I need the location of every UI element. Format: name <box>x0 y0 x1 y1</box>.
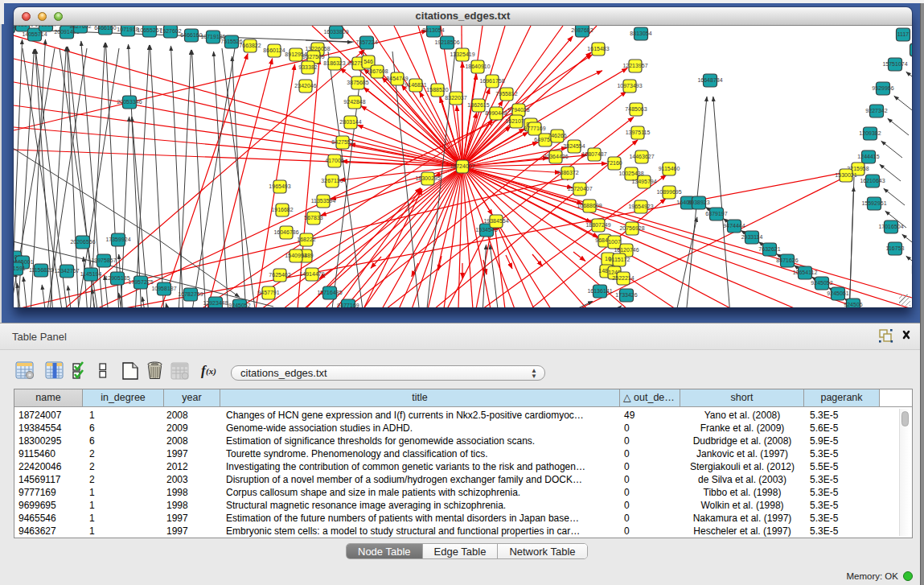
svg-text:11156829: 11156829 <box>29 267 53 273</box>
svg-text:10688609: 10688609 <box>577 203 602 208</box>
svg-text:17359924: 17359924 <box>105 237 130 242</box>
svg-text:9245061: 9245061 <box>827 290 848 296</box>
svg-text:16136141: 16136141 <box>587 288 612 294</box>
svg-text:3824554: 3824554 <box>563 143 585 149</box>
svg-text:10807487: 10807487 <box>581 151 606 157</box>
svg-text:14055714: 14055714 <box>22 31 47 37</box>
svg-text:8990448: 8990448 <box>485 110 507 116</box>
svg-text:16210643: 16210643 <box>860 178 885 183</box>
svg-text:13325419: 13325419 <box>450 51 474 57</box>
svg-text:2003140: 2003140 <box>14 26 34 27</box>
svg-text:1327602: 1327602 <box>69 26 91 29</box>
svg-text:2342046: 2342046 <box>294 83 316 89</box>
svg-text:9146821: 9146821 <box>405 82 426 88</box>
svg-text:9477169: 9477169 <box>337 303 359 307</box>
svg-text:10973493: 10973493 <box>617 83 642 89</box>
svg-text:1145194: 1145194 <box>80 271 102 277</box>
svg-text:567833: 567833 <box>304 215 322 220</box>
svg-text:933382: 933382 <box>298 64 317 70</box>
svg-text:9777169: 9777169 <box>524 126 545 131</box>
svg-text:8660124: 8660124 <box>263 47 285 53</box>
svg-text:20206556: 20206556 <box>70 239 95 245</box>
svg-text:17957275: 17957275 <box>128 279 153 285</box>
svg-text:1071918: 1071918 <box>117 27 138 32</box>
svg-text:546: 546 <box>363 59 373 64</box>
svg-text:2933114: 2933114 <box>741 234 763 240</box>
svg-text:417006: 417006 <box>325 158 343 163</box>
svg-text:9245052: 9245052 <box>811 280 832 286</box>
svg-text:9794028: 9794028 <box>507 107 529 113</box>
svg-text:3267130: 3267130 <box>321 178 343 183</box>
svg-text:1362615: 1362615 <box>467 102 489 108</box>
svg-text:8471626: 8471626 <box>776 257 798 263</box>
svg-text:7485063: 7485063 <box>625 106 647 112</box>
svg-text:16782759: 16782759 <box>178 291 203 297</box>
svg-text:16046786: 16046786 <box>273 229 298 235</box>
svg-text:2087682: 2087682 <box>571 27 593 33</box>
svg-text:14463627: 14463627 <box>629 154 654 159</box>
svg-text:7357224: 7357224 <box>355 39 377 45</box>
svg-text:15592951: 15592951 <box>861 200 886 206</box>
svg-text:17016504: 17016504 <box>878 224 903 229</box>
svg-text:1527602: 1527602 <box>159 28 181 34</box>
svg-text:10899695: 10899695 <box>656 189 681 195</box>
svg-text:1244415: 1244415 <box>857 154 879 159</box>
svg-text:18300295: 18300295 <box>415 175 440 181</box>
svg-text:9457791: 9457791 <box>257 290 279 295</box>
svg-text:19654923: 19654923 <box>628 204 653 209</box>
svg-text:13975115: 13975115 <box>626 130 651 135</box>
svg-text:8186323: 8186323 <box>323 60 345 66</box>
svg-text:7386372: 7386372 <box>556 170 578 175</box>
svg-text:1117: 1117 <box>897 31 910 37</box>
svg-text:12905185: 12905185 <box>105 275 129 281</box>
svg-text:12213957: 12213957 <box>622 63 647 68</box>
svg-text:15751074: 15751074 <box>882 61 907 67</box>
svg-text:7955812: 7955812 <box>495 91 517 97</box>
svg-text:19975857: 19975857 <box>91 257 116 263</box>
svg-text:1916682: 1916682 <box>271 207 293 212</box>
svg-text:16961758: 16961758 <box>479 78 504 84</box>
svg-text:1965493: 1965493 <box>269 183 290 189</box>
svg-text:168222: 168222 <box>297 237 315 242</box>
svg-text:924506: 924506 <box>844 302 862 307</box>
svg-text:116753: 116753 <box>886 245 905 251</box>
svg-text:1530021: 1530021 <box>835 172 856 178</box>
svg-text:8322037: 8322037 <box>445 95 466 101</box>
svg-text:19384554: 19384554 <box>483 218 508 224</box>
svg-text:10655267: 10655267 <box>137 27 162 33</box>
svg-text:6466160: 6466160 <box>94 26 116 31</box>
svg-text:8813054: 8813054 <box>630 31 651 36</box>
svg-text:20756928: 20756928 <box>619 225 644 231</box>
svg-text:15716485: 15716485 <box>317 290 342 295</box>
svg-text:1065527: 1065527 <box>35 26 56 27</box>
svg-text:8813054: 8813054 <box>422 27 444 33</box>
svg-text:10958187: 10958187 <box>151 286 176 291</box>
svg-text:12342757: 12342757 <box>54 268 79 274</box>
svg-text:6379197: 6379197 <box>705 211 727 216</box>
svg-text:9245052: 9245052 <box>228 303 250 307</box>
svg-text:746266: 746266 <box>548 133 566 138</box>
svg-text:15720407: 15720407 <box>567 186 592 192</box>
svg-text:11353594: 11353594 <box>311 198 336 204</box>
svg-text:18724007: 18724007 <box>450 163 474 169</box>
svg-text:7632621: 7632621 <box>758 246 780 252</box>
svg-text:9227342: 9227342 <box>865 108 887 113</box>
svg-text:12923448: 12923448 <box>203 300 228 306</box>
svg-text:9115460: 9115460 <box>659 166 680 171</box>
svg-text:1007: 1007 <box>608 239 621 245</box>
svg-text:9115172: 9115172 <box>609 257 630 262</box>
svg-text:13495794: 13495794 <box>631 179 656 184</box>
svg-text:391591: 391591 <box>14 266 26 271</box>
svg-text:6466160: 6466160 <box>180 32 202 38</box>
svg-text:9327509: 9327509 <box>302 54 324 60</box>
svg-text:10654112: 10654112 <box>793 270 818 275</box>
svg-text:1615483: 1615483 <box>587 46 609 51</box>
svg-text:1733426: 1733426 <box>615 292 637 298</box>
svg-text:16120746: 16120746 <box>614 247 639 253</box>
svg-text:7663822: 7663822 <box>239 43 261 48</box>
svg-text:8938923: 8938923 <box>688 200 709 205</box>
svg-text:1588520: 1588520 <box>426 87 448 93</box>
svg-text:72160: 72160 <box>606 160 622 166</box>
svg-text:18807249: 18807249 <box>585 222 610 228</box>
svg-text:8427552: 8427552 <box>331 139 353 145</box>
